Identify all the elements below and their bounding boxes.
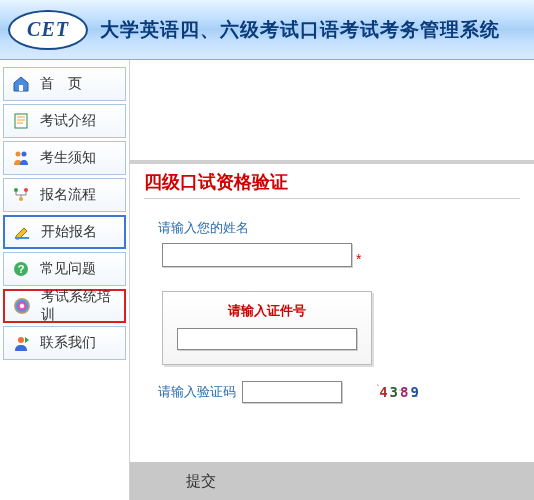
flow-icon (10, 184, 32, 206)
svg-point-12 (18, 337, 24, 343)
id-box: 请输入证件号 (162, 291, 372, 365)
svg-rect-0 (19, 85, 23, 91)
captcha-image[interactable]: 4389 (372, 381, 428, 403)
sidebar-item-label: 考试介绍 (40, 112, 96, 130)
sidebar-item-register[interactable]: 开始报名 (3, 215, 126, 249)
sidebar-item-home[interactable]: 首 页 (3, 67, 126, 101)
disc-icon (11, 295, 33, 317)
svg-point-11 (20, 304, 24, 308)
submit-button[interactable]: 提交 (186, 472, 216, 491)
sidebar-item-label: 开始报名 (41, 223, 97, 241)
pencil-icon (11, 221, 33, 243)
id-input[interactable] (177, 328, 357, 350)
svg-point-2 (16, 152, 21, 157)
sidebar-item-notice[interactable]: 考生须知 (3, 141, 126, 175)
divider (130, 160, 534, 164)
main-content: 四级口试资格验证 请输入您的姓名 * 请输入证件号 请输入验证码 4389 (130, 60, 534, 500)
sidebar-item-contact[interactable]: 联系我们 (3, 326, 126, 360)
captcha-label: 请输入验证码 (158, 383, 236, 401)
contact-icon (10, 332, 32, 354)
submit-bar: 提交 (130, 462, 534, 500)
people-icon (10, 147, 32, 169)
sidebar-item-process[interactable]: 报名流程 (3, 178, 126, 212)
captcha-input[interactable] (242, 381, 342, 403)
svg-point-5 (24, 188, 28, 192)
svg-point-3 (22, 152, 27, 157)
sidebar-item-training[interactable]: 考试系统培训 (3, 289, 126, 323)
required-asterisk: * (356, 251, 361, 267)
sidebar-item-label: 报名流程 (40, 186, 96, 204)
header: CET 大学英语四、六级考试口语考试考务管理系统 (0, 0, 534, 60)
sidebar-item-label: 首 页 (40, 75, 82, 93)
sidebar-item-intro[interactable]: 考试介绍 (3, 104, 126, 138)
svg-point-6 (19, 197, 23, 201)
sidebar-item-label: 考试系统培训 (41, 288, 124, 324)
logo: CET (8, 10, 88, 50)
svg-rect-7 (15, 237, 29, 239)
id-label: 请输入证件号 (173, 302, 361, 320)
sidebar-item-faq[interactable]: ? 常见问题 (3, 252, 126, 286)
sidebar-item-label: 常见问题 (40, 260, 96, 278)
svg-rect-1 (15, 114, 27, 128)
sidebar-item-label: 联系我们 (40, 334, 96, 352)
svg-point-4 (14, 188, 18, 192)
home-icon (10, 73, 32, 95)
name-label: 请输入您的姓名 (158, 219, 534, 237)
svg-text:?: ? (18, 263, 25, 275)
sidebar-item-label: 考生须知 (40, 149, 96, 167)
header-title: 大学英语四、六级考试口语考试考务管理系统 (100, 17, 500, 43)
question-icon: ? (10, 258, 32, 280)
document-icon (10, 110, 32, 132)
sidebar: 首 页 考试介绍 考生须知 报名流程 (0, 60, 130, 500)
name-input[interactable] (162, 243, 352, 267)
form-title: 四级口试资格验证 (144, 170, 534, 194)
